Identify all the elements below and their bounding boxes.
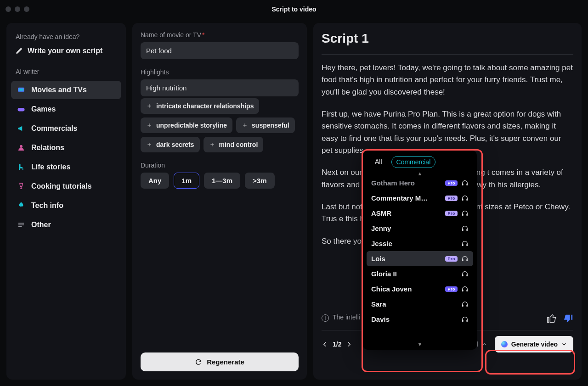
plus-icon: ＋ bbox=[209, 140, 215, 149]
sidebar-item-label: Cooking tutorials bbox=[31, 182, 92, 190]
sidebar-item-label: Tech info bbox=[31, 201, 63, 210]
chevron-up-icon bbox=[482, 341, 487, 347]
form-panel: Name of movie or TV* Highlights ＋intrica… bbox=[132, 23, 307, 380]
chip-label: intricate character relationships bbox=[156, 102, 254, 110]
write-own-script[interactable]: Write your own script bbox=[11, 43, 121, 59]
refresh-icon bbox=[195, 358, 202, 366]
app-title: Script to video bbox=[271, 6, 316, 13]
svg-rect-13 bbox=[462, 229, 464, 231]
voice-row[interactable]: Gotham HeroPro bbox=[367, 175, 473, 190]
write-own-label: Write your own script bbox=[28, 47, 102, 55]
chip-label: suspenseful bbox=[252, 122, 289, 129]
min-dot-icon[interactable] bbox=[15, 6, 20, 12]
voice-name: Commentary M… bbox=[371, 194, 441, 202]
headphones-icon[interactable] bbox=[461, 285, 469, 293]
svg-rect-9 bbox=[462, 198, 464, 201]
voice-name: Jenny bbox=[371, 224, 458, 232]
voice-name: Jessie bbox=[371, 240, 458, 247]
max-dot-icon[interactable] bbox=[24, 6, 29, 12]
voice-popover[interactable]: AllCommercial ▲ Gotham HeroProCommentary… bbox=[363, 151, 477, 350]
voice-row[interactable]: Sara bbox=[367, 296, 473, 312]
idea-label: Already have an idea? bbox=[16, 33, 117, 40]
headphones-icon[interactable] bbox=[461, 301, 469, 308]
voice-row[interactable]: Davis bbox=[367, 312, 473, 327]
chip-label: mind control bbox=[219, 141, 258, 148]
sidebar-item-life-stories[interactable]: Life stories bbox=[11, 158, 121, 176]
duration-label: Duration bbox=[141, 162, 299, 169]
voice-name: Davis bbox=[371, 315, 458, 323]
sidebar-item-cooking-tutorials[interactable]: Cooking tutorials bbox=[11, 177, 121, 196]
sidebar-item-relations[interactable]: Relations bbox=[11, 139, 121, 157]
headphones-icon[interactable] bbox=[461, 255, 469, 263]
duration-option[interactable]: >3m bbox=[245, 173, 274, 189]
svg-rect-26 bbox=[466, 319, 468, 322]
voice-name: Chica Joven bbox=[371, 285, 441, 293]
pro-badge: Pro bbox=[445, 211, 458, 216]
sidebar-item-tech-info[interactable]: Tech info bbox=[11, 196, 121, 215]
voice-name: Gloria II bbox=[371, 270, 458, 278]
duration-option[interactable]: 1—3m bbox=[204, 173, 240, 189]
voice-row[interactable]: Commentary M…Pro bbox=[367, 190, 473, 206]
name-input[interactable] bbox=[141, 42, 299, 59]
next-icon[interactable] bbox=[346, 341, 352, 347]
svg-rect-5 bbox=[18, 224, 24, 225]
thumbs-down-icon[interactable] bbox=[563, 313, 573, 324]
voice-row[interactable]: Chica JovenPro bbox=[367, 281, 473, 296]
svg-rect-10 bbox=[466, 198, 468, 201]
pro-badge: Pro bbox=[445, 256, 458, 262]
scroll-down-icon[interactable]: ▼ bbox=[418, 341, 423, 346]
titlebar: Script to video bbox=[0, 0, 588, 18]
script-paragraph: First up, we have Purina Pro Plan. This … bbox=[322, 108, 573, 157]
info-icon: i bbox=[322, 314, 329, 322]
generate-video-button[interactable]: Generate video bbox=[495, 336, 573, 352]
wine-icon bbox=[17, 182, 26, 191]
regenerate-button[interactable]: Regenerate bbox=[141, 352, 299, 371]
suggestion-chip[interactable]: ＋mind control bbox=[204, 137, 264, 152]
voice-row[interactable]: Jessie bbox=[367, 236, 473, 251]
close-dot-icon[interactable] bbox=[6, 6, 11, 12]
svg-rect-15 bbox=[462, 244, 464, 246]
scroll-up-icon[interactable]: ▲ bbox=[418, 172, 423, 176]
svg-rect-18 bbox=[466, 259, 468, 261]
tv-icon bbox=[17, 85, 26, 95]
voice-row[interactable]: ASMRPro bbox=[367, 206, 473, 221]
headphones-icon[interactable] bbox=[461, 195, 469, 202]
voice-tab[interactable]: All bbox=[370, 156, 387, 168]
rocket-icon bbox=[17, 201, 26, 210]
sidebar-item-commercials[interactable]: Commercials bbox=[11, 119, 121, 138]
suggestion-chip[interactable]: ＋intricate character relationships bbox=[141, 98, 259, 114]
highlight-input[interactable] bbox=[141, 79, 299, 96]
svg-rect-11 bbox=[462, 213, 464, 216]
sidebar-item-movies-and-tvs[interactable]: Movies and TVs bbox=[11, 81, 121, 99]
highlights-label: Highlights bbox=[141, 68, 299, 76]
headphones-icon[interactable] bbox=[461, 225, 469, 232]
svg-rect-21 bbox=[462, 289, 464, 291]
plus-icon: ＋ bbox=[146, 140, 153, 149]
svg-rect-17 bbox=[462, 259, 464, 261]
suggestion-chip[interactable]: ＋dark secrets bbox=[141, 137, 200, 152]
headphones-icon[interactable] bbox=[461, 316, 469, 323]
voice-tab[interactable]: Commercial bbox=[391, 156, 436, 168]
plus-icon: ＋ bbox=[146, 102, 153, 110]
sidebar-item-games[interactable]: Games bbox=[11, 100, 121, 118]
headphones-icon[interactable] bbox=[461, 210, 469, 217]
prev-icon[interactable] bbox=[322, 341, 328, 347]
duration-option[interactable]: Any bbox=[141, 173, 169, 189]
pencil-icon bbox=[16, 47, 23, 55]
suggestion-chip[interactable]: ＋unpredictable storyline bbox=[141, 117, 232, 133]
megaphone-icon bbox=[17, 124, 26, 133]
svg-rect-24 bbox=[466, 304, 468, 307]
sidebar-item-other[interactable]: Other bbox=[11, 216, 121, 234]
suggestion-chip[interactable]: ＋suspenseful bbox=[236, 117, 295, 133]
duration-option[interactable]: 1m bbox=[174, 173, 199, 189]
headphones-icon[interactable] bbox=[461, 240, 469, 247]
voice-row[interactable]: LoisPro bbox=[367, 251, 473, 266]
voice-row[interactable]: Jenny bbox=[367, 221, 473, 236]
svg-rect-6 bbox=[18, 226, 22, 227]
thumbs-up-icon[interactable] bbox=[547, 313, 557, 324]
generate-label: Generate video bbox=[511, 341, 558, 348]
headphones-icon[interactable] bbox=[461, 179, 469, 187]
headphones-icon[interactable] bbox=[461, 270, 469, 278]
voice-row[interactable]: Gloria II bbox=[367, 266, 473, 281]
window-controls[interactable] bbox=[6, 6, 29, 12]
